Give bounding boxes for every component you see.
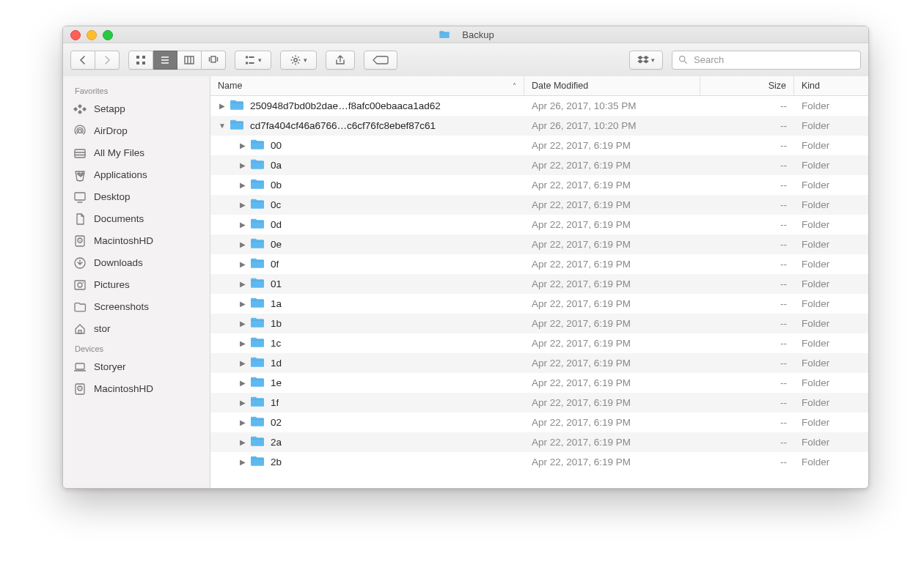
- table-row[interactable]: ▶250948d7bd0b2dae…f8afc00ebaaca1ad62Apr …: [210, 96, 868, 116]
- disclosure-triangle[interactable]: ▶: [238, 161, 247, 169]
- file-size: --: [780, 437, 787, 448]
- sidebar-item-all-my-files[interactable]: All My Files: [63, 142, 210, 164]
- back-button[interactable]: [70, 51, 95, 70]
- sidebar-item-screenshots[interactable]: Screenshots: [63, 296, 210, 318]
- arrange-button[interactable]: ▾: [235, 51, 271, 70]
- folder-icon: [230, 99, 250, 113]
- disclosure-triangle[interactable]: ▶: [238, 359, 247, 367]
- chevron-down-icon: ▾: [258, 56, 262, 64]
- search-icon: [678, 55, 688, 64]
- action-button[interactable]: ▾: [280, 51, 317, 70]
- search-input[interactable]: [692, 53, 854, 66]
- svg-rect-37: [75, 149, 85, 158]
- tags-button[interactable]: [364, 51, 397, 70]
- disclosure-triangle[interactable]: ▼: [218, 122, 227, 130]
- table-row[interactable]: ▶0cApr 22, 2017, 6:19 PM--Folder: [210, 195, 868, 215]
- sidebar-item-applications[interactable]: Applications: [63, 164, 210, 186]
- disclosure-triangle[interactable]: ▶: [238, 379, 247, 387]
- table-row[interactable]: ▶01Apr 22, 2017, 6:19 PM--Folder: [210, 274, 868, 294]
- column-name[interactable]: Name ˄: [210, 76, 524, 95]
- column-size[interactable]: Size: [700, 76, 794, 95]
- grid-icon: [135, 54, 147, 66]
- sidebar-item-label: AirDrop: [94, 123, 128, 139]
- sidebar-item-label: MacintoshHD: [94, 381, 153, 397]
- toolbar: ▾ ▾ ▾: [63, 43, 868, 77]
- table-row[interactable]: ▶02Apr 22, 2017, 6:19 PM--Folder: [210, 413, 868, 432]
- disclosure-triangle[interactable]: ▶: [238, 339, 247, 347]
- disclosure-triangle[interactable]: ▶: [238, 181, 247, 189]
- folder-icon: [250, 356, 271, 370]
- svg-marker-32: [78, 104, 82, 108]
- disclosure-triangle[interactable]: ▶: [238, 260, 247, 268]
- table-row[interactable]: ▶1fApr 22, 2017, 6:19 PM--Folder: [210, 393, 868, 413]
- sidebar-item-documents[interactable]: Documents: [63, 208, 210, 230]
- sidebar-item-storyer[interactable]: Storyer: [63, 356, 210, 378]
- svg-rect-13: [246, 56, 248, 58]
- sidebar-item-macintoshhd[interactable]: MacintoshHD: [63, 230, 210, 252]
- disclosure-triangle[interactable]: ▶: [238, 418, 247, 426]
- file-kind: Folder: [802, 437, 829, 448]
- disclosure-triangle[interactable]: ▶: [218, 102, 227, 110]
- disclosure-triangle[interactable]: ▶: [238, 141, 247, 149]
- zoom-window-button[interactable]: [103, 30, 113, 40]
- dropbox-button[interactable]: ▾: [629, 51, 663, 70]
- file-name: 0f: [271, 259, 279, 270]
- file-kind: Folder: [802, 278, 829, 289]
- sidebar-item-setapp[interactable]: Setapp: [63, 98, 210, 120]
- file-date: Apr 22, 2017, 6:19 PM: [532, 437, 631, 448]
- file-size: --: [780, 417, 787, 428]
- sidebar-item-stor[interactable]: stor: [63, 318, 210, 340]
- disclosure-triangle[interactable]: ▶: [238, 399, 247, 407]
- file-size: --: [780, 397, 787, 408]
- sidebar-item-airdrop[interactable]: AirDrop: [63, 120, 210, 142]
- share-button[interactable]: [326, 51, 355, 70]
- disclosure-triangle[interactable]: ▶: [238, 438, 247, 446]
- file-kind: Folder: [802, 377, 829, 388]
- disclosure-triangle[interactable]: ▶: [238, 319, 247, 328]
- table-row[interactable]: ▶1eApr 22, 2017, 6:19 PM--Folder: [210, 373, 868, 393]
- icon-view-button[interactable]: [128, 51, 153, 70]
- disclosure-triangle[interactable]: ▶: [238, 458, 247, 466]
- table-row[interactable]: ▶1aApr 22, 2017, 6:19 PM--Folder: [210, 294, 868, 314]
- close-window-button[interactable]: [70, 30, 81, 40]
- svg-point-54: [79, 388, 81, 389]
- table-row[interactable]: ▶0bApr 22, 2017, 6:19 PM--Folder: [210, 175, 868, 195]
- sidebar-item-pictures[interactable]: Pictures: [63, 274, 210, 296]
- minimize-window-button[interactable]: [87, 30, 97, 40]
- table-row[interactable]: ▶0dApr 22, 2017, 6:19 PM--Folder: [210, 215, 868, 234]
- folder-icon: [250, 158, 271, 172]
- table-row[interactable]: ▶0eApr 22, 2017, 6:19 PM--Folder: [210, 234, 868, 254]
- sidebar-item-desktop[interactable]: Desktop: [63, 186, 210, 208]
- forward-button[interactable]: [95, 51, 120, 70]
- table-row[interactable]: ▶0aApr 22, 2017, 6:19 PM--Folder: [210, 155, 868, 175]
- column-date[interactable]: Date Modified: [524, 76, 700, 95]
- table-row[interactable]: ▶2bApr 22, 2017, 6:19 PM--Folder: [210, 452, 868, 472]
- search-field[interactable]: [672, 51, 861, 70]
- disclosure-triangle[interactable]: ▶: [238, 280, 247, 288]
- disclosure-triangle[interactable]: ▶: [238, 240, 247, 248]
- table-row[interactable]: ▶00Apr 22, 2017, 6:19 PM--Folder: [210, 136, 868, 155]
- file-kind: Folder: [802, 219, 829, 230]
- gallery-view-button[interactable]: [202, 51, 226, 70]
- sidebar-item-label: Downloads: [94, 255, 143, 271]
- table-row[interactable]: ▶2aApr 22, 2017, 6:19 PM--Folder: [210, 432, 868, 452]
- svg-marker-34: [73, 107, 78, 111]
- svg-rect-1: [142, 56, 145, 59]
- sidebar-item-macintoshhd[interactable]: MacintoshHD: [63, 378, 210, 400]
- table-row[interactable]: ▶1cApr 22, 2017, 6:19 PM--Folder: [210, 333, 868, 353]
- file-kind: Folder: [802, 140, 829, 151]
- column-view-button[interactable]: [177, 51, 202, 70]
- file-name: 02: [271, 417, 282, 428]
- disclosure-triangle[interactable]: ▶: [238, 221, 247, 229]
- column-kind[interactable]: Kind: [794, 76, 868, 95]
- table-row[interactable]: ▶1dApr 22, 2017, 6:19 PM--Folder: [210, 353, 868, 373]
- file-date: Apr 26, 2017, 10:35 PM: [532, 100, 637, 111]
- disclosure-triangle[interactable]: ▶: [238, 201, 247, 209]
- disclosure-triangle[interactable]: ▶: [238, 300, 247, 308]
- table-row[interactable]: ▼cd7fa404cf46a6766…c6cf76fc8ebef87c61Apr…: [210, 116, 868, 136]
- table-row[interactable]: ▶1bApr 22, 2017, 6:19 PM--Folder: [210, 314, 868, 333]
- table-row[interactable]: ▶0fApr 22, 2017, 6:19 PM--Folder: [210, 254, 868, 274]
- sidebar-item-downloads[interactable]: Downloads: [63, 252, 210, 274]
- list-view-button[interactable]: [153, 51, 177, 70]
- sidebar-item-label: All My Files: [94, 145, 144, 161]
